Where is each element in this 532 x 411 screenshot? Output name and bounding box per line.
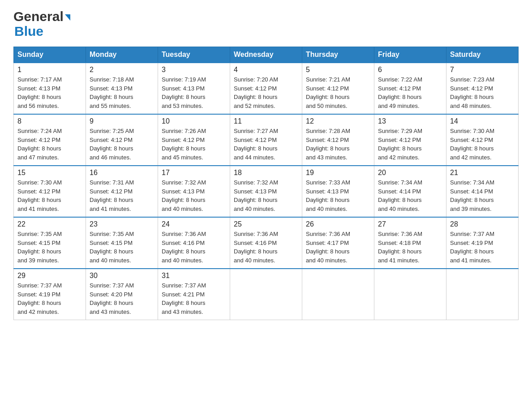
calendar-cell: 4Sunrise: 7:20 AMSunset: 4:12 PMDaylight… [230, 63, 302, 114]
day-number: 7 [450, 66, 515, 74]
day-info: Sunrise: 7:24 AMSunset: 4:12 PMDaylight:… [17, 127, 82, 162]
calendar-cell: 15Sunrise: 7:30 AMSunset: 4:12 PMDayligh… [14, 166, 86, 217]
day-info: Sunrise: 7:17 AMSunset: 4:13 PMDaylight:… [17, 75, 82, 110]
calendar-cell: 10Sunrise: 7:26 AMSunset: 4:12 PMDayligh… [158, 114, 230, 166]
calendar-cell: 23Sunrise: 7:35 AMSunset: 4:15 PMDayligh… [86, 217, 158, 269]
day-number: 28 [450, 220, 515, 228]
day-info: Sunrise: 7:31 AMSunset: 4:12 PMDaylight:… [90, 178, 154, 213]
calendar-cell: 14Sunrise: 7:30 AMSunset: 4:12 PMDayligh… [446, 114, 519, 166]
day-info: Sunrise: 7:30 AMSunset: 4:12 PMDaylight:… [450, 127, 515, 162]
day-info: Sunrise: 7:23 AMSunset: 4:12 PMDaylight:… [450, 75, 515, 110]
calendar-cell: 26Sunrise: 7:36 AMSunset: 4:17 PMDayligh… [302, 217, 374, 269]
day-info: Sunrise: 7:18 AMSunset: 4:13 PMDaylight:… [90, 75, 154, 110]
day-number: 22 [17, 220, 82, 228]
calendar-cell: 17Sunrise: 7:32 AMSunset: 4:13 PMDayligh… [158, 166, 230, 217]
day-number: 25 [234, 220, 298, 228]
day-info: Sunrise: 7:34 AMSunset: 4:14 PMDaylight:… [450, 178, 515, 213]
day-info: Sunrise: 7:37 AMSunset: 4:20 PMDaylight:… [90, 281, 154, 316]
day-number: 24 [162, 220, 226, 228]
logo-line1: General [13, 9, 70, 24]
day-number: 15 [17, 169, 82, 177]
day-info: Sunrise: 7:25 AMSunset: 4:12 PMDaylight:… [90, 127, 154, 162]
calendar-week-row: 15Sunrise: 7:30 AMSunset: 4:12 PMDayligh… [14, 166, 519, 217]
day-info: Sunrise: 7:35 AMSunset: 4:15 PMDaylight:… [17, 230, 82, 265]
day-number: 10 [162, 117, 226, 125]
day-info: Sunrise: 7:37 AMSunset: 4:19 PMDaylight:… [450, 230, 515, 265]
day-number: 18 [234, 169, 298, 177]
calendar-cell: 8Sunrise: 7:24 AMSunset: 4:12 PMDaylight… [14, 114, 86, 166]
day-number: 1 [17, 66, 82, 74]
calendar-cell: 7Sunrise: 7:23 AMSunset: 4:12 PMDaylight… [446, 63, 519, 114]
day-info: Sunrise: 7:37 AMSunset: 4:19 PMDaylight:… [17, 281, 82, 316]
day-info: Sunrise: 7:37 AMSunset: 4:21 PMDaylight:… [162, 281, 226, 316]
calendar-header-row: SundayMondayTuesdayWednesdayThursdayFrid… [14, 47, 519, 63]
day-info: Sunrise: 7:36 AMSunset: 4:17 PMDaylight:… [306, 230, 370, 265]
calendar-table: SundayMondayTuesdayWednesdayThursdayFrid… [13, 47, 519, 320]
day-info: Sunrise: 7:32 AMSunset: 4:13 PMDaylight:… [162, 178, 226, 213]
calendar-cell: 6Sunrise: 7:22 AMSunset: 4:12 PMDaylight… [374, 63, 446, 114]
day-number: 23 [90, 220, 154, 228]
day-info: Sunrise: 7:21 AMSunset: 4:12 PMDaylight:… [306, 75, 370, 110]
day-info: Sunrise: 7:36 AMSunset: 4:16 PMDaylight:… [234, 230, 298, 265]
calendar-cell: 20Sunrise: 7:34 AMSunset: 4:14 PMDayligh… [374, 166, 446, 217]
calendar-cell: 19Sunrise: 7:33 AMSunset: 4:13 PMDayligh… [302, 166, 374, 217]
day-number: 13 [378, 117, 442, 125]
day-info: Sunrise: 7:32 AMSunset: 4:13 PMDaylight:… [234, 178, 298, 213]
day-number: 3 [162, 66, 226, 74]
col-header-saturday: Saturday [446, 47, 519, 63]
calendar-cell: 29Sunrise: 7:37 AMSunset: 4:19 PMDayligh… [14, 269, 86, 320]
calendar-cell: 28Sunrise: 7:37 AMSunset: 4:19 PMDayligh… [446, 217, 519, 269]
day-number: 14 [450, 117, 515, 125]
calendar-cell [302, 269, 374, 320]
day-number: 27 [378, 220, 442, 228]
calendar-cell: 18Sunrise: 7:32 AMSunset: 4:13 PMDayligh… [230, 166, 302, 217]
calendar-cell [446, 269, 519, 320]
day-info: Sunrise: 7:35 AMSunset: 4:15 PMDaylight:… [90, 230, 154, 265]
day-number: 26 [306, 220, 370, 228]
day-number: 5 [306, 66, 370, 74]
day-number: 21 [450, 169, 515, 177]
day-number: 17 [162, 169, 226, 177]
day-number: 12 [306, 117, 370, 125]
day-number: 8 [17, 117, 82, 125]
day-number: 11 [234, 117, 298, 125]
calendar-cell: 3Sunrise: 7:19 AMSunset: 4:13 PMDaylight… [158, 63, 230, 114]
day-info: Sunrise: 7:27 AMSunset: 4:12 PMDaylight:… [234, 127, 298, 162]
day-info: Sunrise: 7:36 AMSunset: 4:16 PMDaylight:… [162, 230, 226, 265]
day-info: Sunrise: 7:19 AMSunset: 4:13 PMDaylight:… [162, 75, 226, 110]
calendar-cell: 2Sunrise: 7:18 AMSunset: 4:13 PMDaylight… [86, 63, 158, 114]
calendar-cell: 12Sunrise: 7:28 AMSunset: 4:12 PMDayligh… [302, 114, 374, 166]
logo: General Blue [13, 9, 70, 39]
calendar-cell: 30Sunrise: 7:37 AMSunset: 4:20 PMDayligh… [86, 269, 158, 320]
calendar-cell: 1Sunrise: 7:17 AMSunset: 4:13 PMDaylight… [14, 63, 86, 114]
day-number: 19 [306, 169, 370, 177]
calendar-cell: 21Sunrise: 7:34 AMSunset: 4:14 PMDayligh… [446, 166, 519, 217]
calendar-cell [230, 269, 302, 320]
day-info: Sunrise: 7:26 AMSunset: 4:12 PMDaylight:… [162, 127, 226, 162]
calendar-cell: 5Sunrise: 7:21 AMSunset: 4:12 PMDaylight… [302, 63, 374, 114]
calendar-cell: 31Sunrise: 7:37 AMSunset: 4:21 PMDayligh… [158, 269, 230, 320]
day-info: Sunrise: 7:33 AMSunset: 4:13 PMDaylight:… [306, 178, 370, 213]
day-info: Sunrise: 7:34 AMSunset: 4:14 PMDaylight:… [378, 178, 442, 213]
col-header-sunday: Sunday [14, 47, 86, 63]
calendar-cell: 11Sunrise: 7:27 AMSunset: 4:12 PMDayligh… [230, 114, 302, 166]
logo-line2: Blue [14, 24, 43, 39]
calendar-cell [374, 269, 446, 320]
calendar-cell: 25Sunrise: 7:36 AMSunset: 4:16 PMDayligh… [230, 217, 302, 269]
day-info: Sunrise: 7:22 AMSunset: 4:12 PMDaylight:… [378, 75, 442, 110]
day-info: Sunrise: 7:36 AMSunset: 4:18 PMDaylight:… [378, 230, 442, 265]
calendar-week-row: 8Sunrise: 7:24 AMSunset: 4:12 PMDaylight… [14, 114, 519, 166]
calendar-week-row: 29Sunrise: 7:37 AMSunset: 4:19 PMDayligh… [14, 269, 519, 320]
col-header-thursday: Thursday [302, 47, 374, 63]
calendar-cell: 24Sunrise: 7:36 AMSunset: 4:16 PMDayligh… [158, 217, 230, 269]
col-header-monday: Monday [86, 47, 158, 63]
day-info: Sunrise: 7:28 AMSunset: 4:12 PMDaylight:… [306, 127, 370, 162]
day-number: 29 [17, 272, 82, 280]
day-number: 16 [90, 169, 154, 177]
calendar-cell: 16Sunrise: 7:31 AMSunset: 4:12 PMDayligh… [86, 166, 158, 217]
day-info: Sunrise: 7:20 AMSunset: 4:12 PMDaylight:… [234, 75, 298, 110]
col-header-friday: Friday [374, 47, 446, 63]
day-number: 2 [90, 66, 154, 74]
day-number: 4 [234, 66, 298, 74]
day-number: 31 [162, 272, 226, 280]
